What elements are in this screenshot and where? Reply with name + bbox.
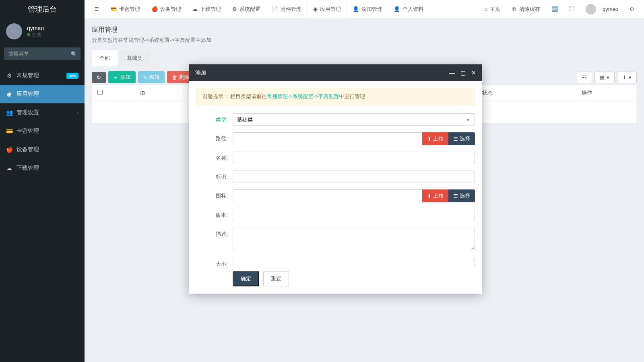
warning-alert: 温馨提示： 栏目类型请前往常规管理->系统配置->字典配置中进行管理 <box>196 88 475 105</box>
reset-button[interactable]: 重置 <box>263 271 289 286</box>
size-input[interactable] <box>233 258 475 266</box>
ok-button[interactable]: 确定 <box>233 271 259 286</box>
ident-input[interactable] <box>233 171 475 183</box>
field-path: 路径: ⬆上传 ☰选择 <box>196 132 475 145</box>
path-upload-button[interactable]: ⬆上传 <box>422 132 448 145</box>
icon-input[interactable] <box>233 189 422 202</box>
path-input[interactable] <box>233 132 422 145</box>
upload-icon: ⬆ <box>427 193 431 199</box>
upload-icon: ⬆ <box>427 136 431 142</box>
modal-footer: 确定 重置 <box>189 266 482 294</box>
minimize-button[interactable]: — <box>449 70 455 76</box>
path-select-button[interactable]: ☰选择 <box>448 132 475 145</box>
add-modal: 添加 — ▢ ✕ 温馨提示： 栏目类型请前往常规管理->系统配置->字典配置中进… <box>189 64 482 294</box>
field-desc: 描述: <box>196 228 475 251</box>
field-type: 类型: 基础类 <box>196 113 475 126</box>
maximize-button[interactable]: ▢ <box>460 70 466 76</box>
field-ident: 标识: <box>196 171 475 183</box>
field-name: 名称: <box>196 152 475 164</box>
modal-backdrop: 添加 — ▢ ✕ 温馨提示： 栏目类型请前往常规管理->系统配置->字典配置中进… <box>0 0 644 362</box>
field-icon: 图标: ⬆上传 ☰选择 <box>196 189 475 202</box>
name-input[interactable] <box>233 152 475 164</box>
modal-body: 温馨提示： 栏目类型请前往常规管理->系统配置->字典配置中进行管理 类型: 基… <box>189 81 482 266</box>
desc-textarea[interactable] <box>233 228 475 250</box>
field-version: 版本: <box>196 209 475 221</box>
close-button[interactable]: ✕ <box>471 70 476 76</box>
icon-upload-button[interactable]: ⬆上传 <box>422 189 448 202</box>
list-icon: ☰ <box>453 136 458 142</box>
field-size: 大小: <box>196 258 475 266</box>
modal-title: 添加 <box>195 69 206 76</box>
version-input[interactable] <box>233 209 475 221</box>
icon-select-button[interactable]: ☰选择 <box>448 189 475 202</box>
type-select[interactable]: 基础类 <box>233 113 475 126</box>
modal-header: 添加 — ▢ ✕ <box>189 64 482 81</box>
list-icon: ☰ <box>453 193 458 199</box>
